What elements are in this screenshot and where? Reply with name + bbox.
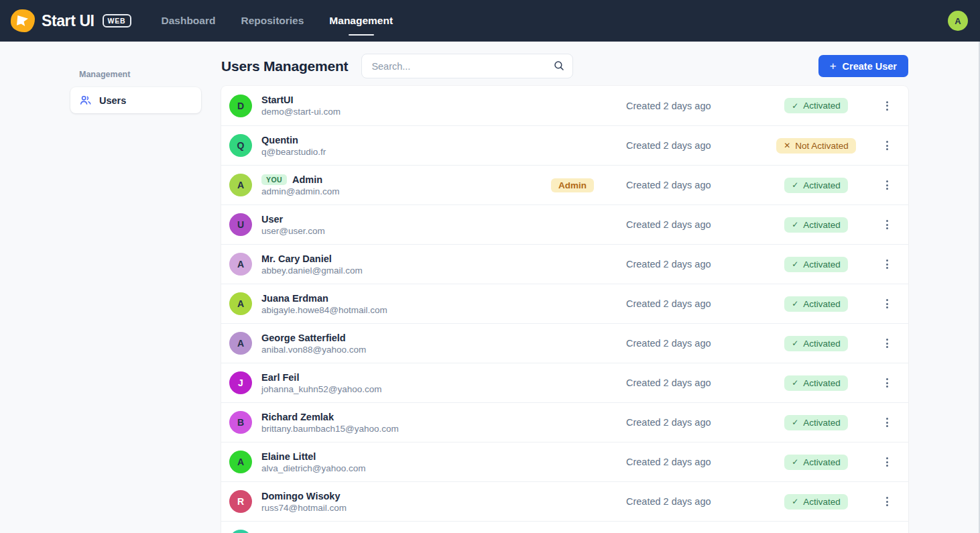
row-actions-menu-button[interactable] — [873, 374, 900, 392]
user-row: Q Quentin q@bearstudio.fr Created 2 days… — [221, 125, 908, 165]
status-icon: ✓ — [792, 220, 798, 229]
sidebar-item-label: Users — [99, 95, 126, 106]
user-row-left: A YOU Admin admin@admin.com — [229, 174, 551, 196]
user-row-left: J Earl Feil johanna_kuhn52@yahoo.com — [229, 371, 626, 394]
row-actions-menu-button[interactable] — [873, 493, 900, 510]
status-icon: ✓ — [792, 339, 798, 348]
create-user-button[interactable]: + Create User — [818, 55, 908, 77]
search-input[interactable] — [361, 54, 573, 78]
user-row: U User user@user.com Created 2 days ago … — [221, 204, 908, 244]
user-identity: Mr. Cary Daniel abbey.daniel@gmail.com — [261, 253, 363, 276]
user-name-link[interactable]: StartUI — [261, 95, 294, 105]
user-avatar: D — [229, 95, 252, 117]
nav-item-management[interactable]: Management — [316, 0, 406, 42]
user-email: q@bearstudio.fr — [261, 147, 326, 157]
kebab-icon — [886, 180, 888, 190]
created-text: Created 2 days ago — [626, 259, 759, 270]
kebab-icon — [886, 101, 888, 111]
user-name-link[interactable]: George Satterfield — [261, 333, 346, 343]
row-actions-menu-button[interactable] — [873, 255, 900, 273]
user-email: russ74@hotmail.com — [261, 503, 347, 513]
user-identity: Richard Zemlak brittany.baumbach15@yahoo… — [261, 412, 399, 434]
user-name-link[interactable]: Richard Zemlak — [261, 412, 334, 422]
user-avatar: J — [229, 371, 252, 394]
user-identity: StartUI demo@start-ui.com — [261, 95, 341, 117]
status-column: ✓ Activated — [759, 336, 873, 351]
top-navbar: Start UI WEB Dashboard Repositories Mana… — [0, 0, 980, 42]
user-row: A Elaine Littel alva_dietrich@yahoo.com … — [221, 442, 908, 481]
user-row-left: Max Hilll — [229, 530, 626, 533]
you-badge: YOU — [261, 174, 287, 185]
row-actions-menu-button[interactable] — [873, 295, 900, 312]
status-badge: ✓ Activated — [784, 336, 848, 351]
user-name-link[interactable]: Elaine Littel — [261, 451, 316, 462]
user-name-line: Quentin — [261, 135, 326, 145]
nav-item-dashboard[interactable]: Dashboard — [149, 0, 229, 42]
row-actions-menu-button[interactable] — [873, 414, 900, 431]
role-badge: Admin — [551, 178, 594, 192]
created-text: Created 2 days ago — [626, 219, 759, 230]
brand-logo[interactable]: Start UI WEB — [11, 9, 131, 32]
user-row: A Mr. Cary Daniel abbey.daniel@gmail.com… — [221, 244, 908, 284]
user-identity: YOU Admin admin@admin.com — [261, 174, 340, 196]
main-nav: Dashboard Repositories Management — [149, 0, 406, 42]
user-avatar: Q — [229, 134, 252, 157]
status-icon: ✓ — [792, 457, 798, 467]
created-text: Created 2 days ago — [626, 180, 759, 190]
row-actions-menu-button[interactable] — [873, 335, 900, 352]
sidebar-item-users[interactable]: Users — [70, 87, 201, 113]
user-name-line: George Satterfield — [261, 333, 366, 343]
user-name-link[interactable]: Domingo Wisoky — [261, 491, 341, 501]
create-user-label: Create User — [843, 61, 897, 72]
status-label: Not Activated — [795, 141, 849, 151]
row-actions-menu-button[interactable] — [873, 97, 900, 115]
account-avatar[interactable]: A — [948, 11, 968, 31]
user-row: J Earl Feil johanna_kuhn52@yahoo.com Cre… — [221, 363, 908, 402]
row-actions-menu-button[interactable] — [873, 137, 900, 154]
status-label: Activated — [803, 259, 841, 270]
status-column: ✓ Activated — [759, 178, 873, 193]
status-badge: ✓ Activated — [784, 217, 848, 233]
status-column: ✓ Activated — [759, 415, 873, 430]
user-name-link[interactable]: Earl Feil — [261, 372, 299, 383]
status-column: ✓ Activated — [759, 296, 873, 312]
sidebar-group-label: Management — [70, 70, 201, 79]
created-text: Created 2 days ago — [626, 457, 759, 467]
user-email: alva_dietrich@yahoo.com — [261, 463, 366, 473]
user-row-left: A George Satterfield anibal.von88@yahoo.… — [229, 332, 626, 355]
kebab-icon — [886, 220, 888, 229]
status-label: Activated — [803, 457, 841, 467]
status-icon: ✓ — [792, 378, 798, 388]
status-label: Activated — [803, 220, 841, 230]
created-text: Created 2 days ago — [626, 140, 759, 151]
user-avatar: U — [229, 213, 252, 236]
row-actions-menu-button[interactable] — [873, 176, 900, 194]
created-text: Created 2 days ago — [626, 338, 759, 349]
user-name-line: Elaine Littel — [261, 451, 366, 462]
status-label: Activated — [803, 418, 841, 428]
kebab-icon — [886, 299, 888, 308]
user-name-link[interactable]: Quentin — [261, 135, 298, 145]
nav-item-repositories[interactable]: Repositories — [228, 0, 316, 42]
user-row: R Domingo Wisoky russ74@hotmail.com Crea… — [221, 481, 908, 521]
user-email: user@user.com — [261, 226, 325, 236]
status-column: ✓ Activated — [759, 494, 873, 510]
status-badge: ✓ Activated — [784, 375, 848, 391]
user-name-line: Mr. Cary Daniel — [261, 253, 363, 264]
search-icon — [553, 60, 565, 72]
web-badge: WEB — [103, 14, 131, 27]
user-row-left: D StartUI demo@start-ui.com — [229, 95, 626, 117]
page-title: Users Management — [221, 58, 348, 74]
user-avatar: A — [229, 332, 252, 355]
sidebar: Management Users — [0, 42, 221, 533]
kebab-icon — [886, 497, 888, 506]
user-identity: Domingo Wisoky russ74@hotmail.com — [261, 491, 347, 513]
user-name-link[interactable]: Mr. Cary Daniel — [261, 253, 332, 264]
user-name-line: Richard Zemlak — [261, 412, 399, 422]
user-name-link[interactable]: Juana Erdman — [261, 293, 328, 304]
row-actions-menu-button[interactable] — [873, 453, 900, 471]
user-name-link[interactable]: User — [261, 214, 283, 225]
user-name-link[interactable]: Admin — [292, 174, 322, 185]
row-actions-menu-button[interactable] — [873, 216, 900, 233]
user-email: demo@start-ui.com — [261, 107, 341, 117]
